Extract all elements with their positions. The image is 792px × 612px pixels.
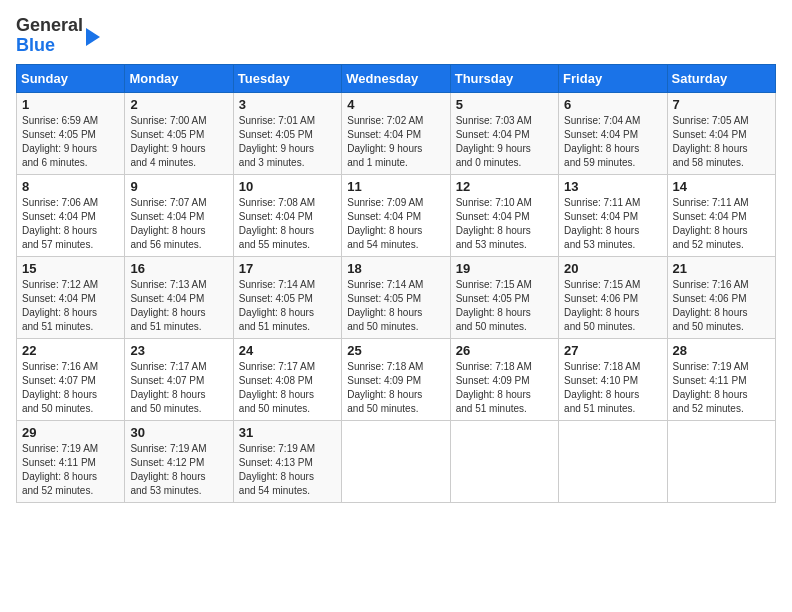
day-number: 4: [347, 97, 444, 112]
logo-arrow-icon: [86, 28, 100, 46]
logo-general: General: [16, 15, 83, 35]
calendar-week-row: 8Sunrise: 7:06 AM Sunset: 4:04 PM Daylig…: [17, 174, 776, 256]
day-number: 1: [22, 97, 119, 112]
day-info: Sunrise: 7:14 AM Sunset: 4:05 PM Dayligh…: [347, 278, 444, 334]
day-number: 16: [130, 261, 227, 276]
day-info: Sunrise: 7:15 AM Sunset: 4:06 PM Dayligh…: [564, 278, 661, 334]
day-number: 19: [456, 261, 553, 276]
calendar-cell: 20Sunrise: 7:15 AM Sunset: 4:06 PM Dayli…: [559, 256, 667, 338]
day-info: Sunrise: 7:19 AM Sunset: 4:12 PM Dayligh…: [130, 442, 227, 498]
day-info: Sunrise: 7:19 AM Sunset: 4:13 PM Dayligh…: [239, 442, 336, 498]
calendar-cell: 8Sunrise: 7:06 AM Sunset: 4:04 PM Daylig…: [17, 174, 125, 256]
day-info: Sunrise: 7:13 AM Sunset: 4:04 PM Dayligh…: [130, 278, 227, 334]
calendar-cell: 9Sunrise: 7:07 AM Sunset: 4:04 PM Daylig…: [125, 174, 233, 256]
day-info: Sunrise: 7:16 AM Sunset: 4:07 PM Dayligh…: [22, 360, 119, 416]
calendar-cell: [342, 420, 450, 502]
day-info: Sunrise: 6:59 AM Sunset: 4:05 PM Dayligh…: [22, 114, 119, 170]
day-header-thursday: Thursday: [450, 64, 558, 92]
day-number: 30: [130, 425, 227, 440]
day-info: Sunrise: 7:01 AM Sunset: 4:05 PM Dayligh…: [239, 114, 336, 170]
calendar-week-row: 15Sunrise: 7:12 AM Sunset: 4:04 PM Dayli…: [17, 256, 776, 338]
day-header-wednesday: Wednesday: [342, 64, 450, 92]
day-info: Sunrise: 7:03 AM Sunset: 4:04 PM Dayligh…: [456, 114, 553, 170]
day-info: Sunrise: 7:02 AM Sunset: 4:04 PM Dayligh…: [347, 114, 444, 170]
logo-blue: Blue: [16, 35, 55, 55]
calendar-cell: 28Sunrise: 7:19 AM Sunset: 4:11 PM Dayli…: [667, 338, 775, 420]
day-number: 28: [673, 343, 770, 358]
calendar-cell: 19Sunrise: 7:15 AM Sunset: 4:05 PM Dayli…: [450, 256, 558, 338]
calendar-header-row: SundayMondayTuesdayWednesdayThursdayFrid…: [17, 64, 776, 92]
calendar-cell: 6Sunrise: 7:04 AM Sunset: 4:04 PM Daylig…: [559, 92, 667, 174]
calendar-cell: 21Sunrise: 7:16 AM Sunset: 4:06 PM Dayli…: [667, 256, 775, 338]
day-number: 8: [22, 179, 119, 194]
calendar-cell: [667, 420, 775, 502]
calendar-cell: [559, 420, 667, 502]
day-number: 18: [347, 261, 444, 276]
day-info: Sunrise: 7:06 AM Sunset: 4:04 PM Dayligh…: [22, 196, 119, 252]
calendar-cell: 5Sunrise: 7:03 AM Sunset: 4:04 PM Daylig…: [450, 92, 558, 174]
day-info: Sunrise: 7:18 AM Sunset: 4:09 PM Dayligh…: [456, 360, 553, 416]
calendar-cell: 17Sunrise: 7:14 AM Sunset: 4:05 PM Dayli…: [233, 256, 341, 338]
calendar-table: SundayMondayTuesdayWednesdayThursdayFrid…: [16, 64, 776, 503]
calendar-cell: 26Sunrise: 7:18 AM Sunset: 4:09 PM Dayli…: [450, 338, 558, 420]
day-header-sunday: Sunday: [17, 64, 125, 92]
day-number: 23: [130, 343, 227, 358]
day-number: 21: [673, 261, 770, 276]
day-number: 10: [239, 179, 336, 194]
day-number: 9: [130, 179, 227, 194]
day-header-monday: Monday: [125, 64, 233, 92]
day-info: Sunrise: 7:17 AM Sunset: 4:08 PM Dayligh…: [239, 360, 336, 416]
calendar-cell: 14Sunrise: 7:11 AM Sunset: 4:04 PM Dayli…: [667, 174, 775, 256]
day-header-saturday: Saturday: [667, 64, 775, 92]
day-info: Sunrise: 7:05 AM Sunset: 4:04 PM Dayligh…: [673, 114, 770, 170]
day-info: Sunrise: 7:18 AM Sunset: 4:10 PM Dayligh…: [564, 360, 661, 416]
calendar-week-row: 1Sunrise: 6:59 AM Sunset: 4:05 PM Daylig…: [17, 92, 776, 174]
day-info: Sunrise: 7:12 AM Sunset: 4:04 PM Dayligh…: [22, 278, 119, 334]
day-number: 11: [347, 179, 444, 194]
day-number: 24: [239, 343, 336, 358]
day-info: Sunrise: 7:00 AM Sunset: 4:05 PM Dayligh…: [130, 114, 227, 170]
calendar-cell: 23Sunrise: 7:17 AM Sunset: 4:07 PM Dayli…: [125, 338, 233, 420]
day-number: 13: [564, 179, 661, 194]
day-number: 12: [456, 179, 553, 194]
calendar-cell: 18Sunrise: 7:14 AM Sunset: 4:05 PM Dayli…: [342, 256, 450, 338]
day-info: Sunrise: 7:09 AM Sunset: 4:04 PM Dayligh…: [347, 196, 444, 252]
calendar-cell: 25Sunrise: 7:18 AM Sunset: 4:09 PM Dayli…: [342, 338, 450, 420]
day-number: 2: [130, 97, 227, 112]
calendar-cell: 24Sunrise: 7:17 AM Sunset: 4:08 PM Dayli…: [233, 338, 341, 420]
day-number: 22: [22, 343, 119, 358]
day-info: Sunrise: 7:19 AM Sunset: 4:11 PM Dayligh…: [673, 360, 770, 416]
day-number: 25: [347, 343, 444, 358]
day-info: Sunrise: 7:10 AM Sunset: 4:04 PM Dayligh…: [456, 196, 553, 252]
day-info: Sunrise: 7:19 AM Sunset: 4:11 PM Dayligh…: [22, 442, 119, 498]
day-header-tuesday: Tuesday: [233, 64, 341, 92]
calendar-week-row: 29Sunrise: 7:19 AM Sunset: 4:11 PM Dayli…: [17, 420, 776, 502]
day-number: 15: [22, 261, 119, 276]
calendar-cell: 15Sunrise: 7:12 AM Sunset: 4:04 PM Dayli…: [17, 256, 125, 338]
calendar-cell: 30Sunrise: 7:19 AM Sunset: 4:12 PM Dayli…: [125, 420, 233, 502]
calendar-cell: 22Sunrise: 7:16 AM Sunset: 4:07 PM Dayli…: [17, 338, 125, 420]
day-number: 29: [22, 425, 119, 440]
day-header-friday: Friday: [559, 64, 667, 92]
day-info: Sunrise: 7:18 AM Sunset: 4:09 PM Dayligh…: [347, 360, 444, 416]
calendar-cell: 10Sunrise: 7:08 AM Sunset: 4:04 PM Dayli…: [233, 174, 341, 256]
calendar-cell: 16Sunrise: 7:13 AM Sunset: 4:04 PM Dayli…: [125, 256, 233, 338]
calendar-cell: 29Sunrise: 7:19 AM Sunset: 4:11 PM Dayli…: [17, 420, 125, 502]
day-number: 31: [239, 425, 336, 440]
logo: General Blue: [16, 16, 100, 56]
calendar-cell: 31Sunrise: 7:19 AM Sunset: 4:13 PM Dayli…: [233, 420, 341, 502]
day-info: Sunrise: 7:04 AM Sunset: 4:04 PM Dayligh…: [564, 114, 661, 170]
calendar-cell: 11Sunrise: 7:09 AM Sunset: 4:04 PM Dayli…: [342, 174, 450, 256]
day-info: Sunrise: 7:11 AM Sunset: 4:04 PM Dayligh…: [564, 196, 661, 252]
calendar-cell: 3Sunrise: 7:01 AM Sunset: 4:05 PM Daylig…: [233, 92, 341, 174]
day-info: Sunrise: 7:08 AM Sunset: 4:04 PM Dayligh…: [239, 196, 336, 252]
day-number: 3: [239, 97, 336, 112]
calendar-cell: 7Sunrise: 7:05 AM Sunset: 4:04 PM Daylig…: [667, 92, 775, 174]
day-info: Sunrise: 7:16 AM Sunset: 4:06 PM Dayligh…: [673, 278, 770, 334]
day-info: Sunrise: 7:17 AM Sunset: 4:07 PM Dayligh…: [130, 360, 227, 416]
day-number: 20: [564, 261, 661, 276]
day-number: 27: [564, 343, 661, 358]
day-number: 14: [673, 179, 770, 194]
calendar-cell: [450, 420, 558, 502]
calendar-cell: 1Sunrise: 6:59 AM Sunset: 4:05 PM Daylig…: [17, 92, 125, 174]
